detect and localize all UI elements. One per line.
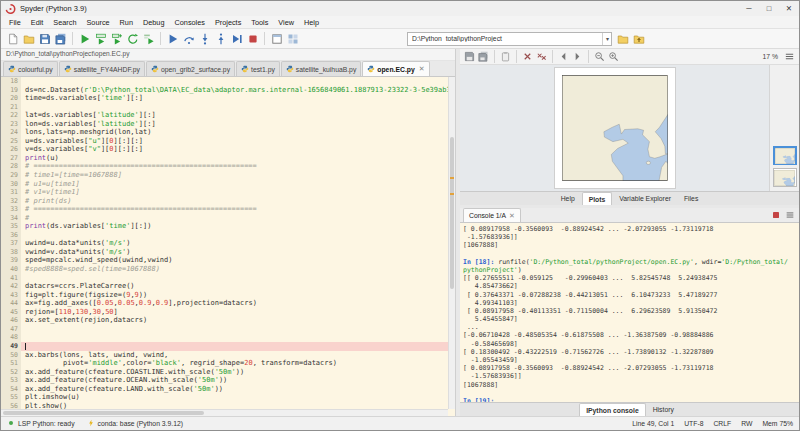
run-button[interactable] xyxy=(77,31,92,46)
line-number: 54 xyxy=(1,385,21,394)
line-number: 34 xyxy=(1,214,21,223)
go-to-parent-directory-button[interactable] xyxy=(631,31,646,46)
line-number: 49 xyxy=(1,342,21,351)
interrupt-kernel-button[interactable] xyxy=(770,209,782,221)
close-icon[interactable]: ✕ xyxy=(509,212,515,220)
menu-help[interactable]: Help xyxy=(299,17,324,28)
working-directory-combo[interactable]: D:\Python_total\pythonProject ▾ xyxy=(407,32,612,46)
line-number: 47 xyxy=(1,325,21,334)
save-all-button[interactable] xyxy=(53,31,68,46)
menu-projects[interactable]: Projects xyxy=(210,17,246,28)
menu-tools[interactable]: Tools xyxy=(246,17,273,28)
status-value: RW xyxy=(741,420,752,427)
line-number: 20 xyxy=(1,94,21,103)
line-number: 36 xyxy=(1,231,21,240)
editor-tab-satellite_kuihuaB.py[interactable]: satellite_kuihuaB.py xyxy=(281,61,361,76)
pane-tab-files[interactable]: Files xyxy=(678,192,704,205)
line-number: 45 xyxy=(1,308,21,317)
minimize-button[interactable]: ─ xyxy=(739,1,759,16)
menu-view[interactable]: View xyxy=(273,17,299,28)
line-number: 31 xyxy=(1,188,21,197)
menu-file[interactable]: File xyxy=(4,17,26,28)
code-line: 22lat=ds.variables['latitude'][:] xyxy=(1,111,448,120)
close-icon[interactable]: ✕ xyxy=(419,65,425,73)
debug-button[interactable] xyxy=(165,31,180,46)
console-line: -1.57683936]] xyxy=(463,233,796,241)
separator xyxy=(264,32,265,45)
editor-tab-open_grib2_surface.py[interactable]: open_grib2_surface.py xyxy=(146,61,235,76)
code-line: 19ds=nc.Dataset(r'D:\Python_total\DATA\E… xyxy=(1,86,448,95)
console-tab-ipython-console[interactable]: IPython console xyxy=(579,403,646,416)
editor-body: 1819ds=nc.Dataset(r'D:\Python_total\DATA… xyxy=(1,77,455,416)
editor-tab-colourful.py[interactable]: colourful.py xyxy=(3,61,58,76)
plot-thumbnail-selected[interactable] xyxy=(773,146,797,165)
plots-options-button[interactable] xyxy=(783,50,796,63)
console-line: [ 0.18300492 -0.43222519 -0.71562726 ...… xyxy=(463,348,796,356)
previous-plot-button[interactable] xyxy=(557,50,570,63)
code-area[interactable]: 1819ds=nc.Dataset(r'D:\Python_total\DATA… xyxy=(1,77,448,409)
plots-toolbar: 17 % xyxy=(460,49,799,65)
run-selection-button[interactable] xyxy=(141,31,156,46)
browse-working-directory-button[interactable] xyxy=(615,31,630,46)
editor-tab-satellite_FY4AHDF.py[interactable]: satellite_FY4AHDF.py xyxy=(59,61,145,76)
code-line: 43fig=plt.figure(figsize=(9,9)) xyxy=(1,291,448,300)
tab-label: open.EC.py xyxy=(377,66,414,73)
menu-run[interactable]: Run xyxy=(115,17,138,28)
plot-thumbnail[interactable] xyxy=(773,168,797,187)
pane-tab-plots[interactable]: Plots xyxy=(582,192,613,205)
scrollbar-thumb[interactable] xyxy=(3,411,204,415)
zoom-in-button[interactable] xyxy=(607,50,620,63)
menu-source[interactable]: Source xyxy=(81,17,114,28)
editor-tab-open.EC.py[interactable]: open.EC.py✕ xyxy=(362,61,429,76)
step-into-button[interactable] xyxy=(197,31,212,46)
step-return-button[interactable] xyxy=(213,31,228,46)
line-number: 18 xyxy=(1,77,21,86)
console-line: [1067888] xyxy=(463,381,796,389)
stop-button[interactable] xyxy=(245,31,260,46)
copy-plot-button[interactable] xyxy=(499,50,512,63)
save-all-plots-button[interactable] xyxy=(477,50,490,63)
run-cell-button[interactable] xyxy=(93,31,108,46)
step-over-button[interactable] xyxy=(181,31,196,46)
vertical-scrollbar[interactable] xyxy=(448,77,455,409)
zoom-out-button[interactable] xyxy=(593,50,606,63)
code-line: 30# u1=u[time1] xyxy=(1,180,448,189)
console-tab-history[interactable]: History xyxy=(647,403,680,416)
run-cell-advance-button[interactable] xyxy=(109,31,124,46)
line-number: 40 xyxy=(1,265,21,274)
open-file-button[interactable] xyxy=(21,31,36,46)
line-number: 23 xyxy=(1,120,21,129)
save-plot-button[interactable] xyxy=(463,50,476,63)
menu-consoles[interactable]: Consoles xyxy=(170,17,210,28)
scrollbar-thumb[interactable] xyxy=(450,137,454,290)
options-menu-button[interactable] xyxy=(784,209,796,221)
pane-tab-help[interactable]: Help xyxy=(555,192,581,205)
rerun-cell-button[interactable] xyxy=(125,31,140,46)
save-button[interactable] xyxy=(37,31,52,46)
line-number: 42 xyxy=(1,282,21,291)
layout-button[interactable] xyxy=(285,31,300,46)
separator xyxy=(588,50,589,63)
editor-tab-bar: colourful.pysatellite_FY4AHDF.pyopen_gri… xyxy=(1,61,455,77)
close-button[interactable]: ✕ xyxy=(779,1,799,16)
line-number: 52 xyxy=(1,368,21,377)
continue-button[interactable] xyxy=(229,31,244,46)
code-line: 35print(ds.variables['time'][:]) xyxy=(1,222,448,231)
console-tab[interactable]: Console 1/A ✕ xyxy=(463,208,521,222)
horizontal-scrollbar[interactable] xyxy=(1,409,448,416)
console-output[interactable]: [ 0.08917958 -0.3560093 -0.88924542 ... … xyxy=(460,223,799,402)
menu-debug[interactable]: Debug xyxy=(138,17,170,28)
next-plot-button[interactable] xyxy=(571,50,584,63)
tab-label: test1.py xyxy=(251,66,275,73)
menu-edit[interactable]: Edit xyxy=(26,17,49,28)
editor-tab-test1.py[interactable]: test1.py xyxy=(236,61,280,76)
pane-tab-variable-explorer[interactable]: Variable Explorer xyxy=(613,192,677,205)
maximize-pane-button[interactable] xyxy=(269,31,284,46)
warning-mark xyxy=(450,193,454,195)
menu-search[interactable]: Search xyxy=(48,17,81,28)
line-number: 46 xyxy=(1,316,21,325)
new-file-button[interactable] xyxy=(5,31,20,46)
remove-all-plots-button[interactable] xyxy=(535,50,548,63)
maximize-button[interactable]: □ xyxy=(759,1,779,16)
remove-plot-button[interactable] xyxy=(521,50,534,63)
